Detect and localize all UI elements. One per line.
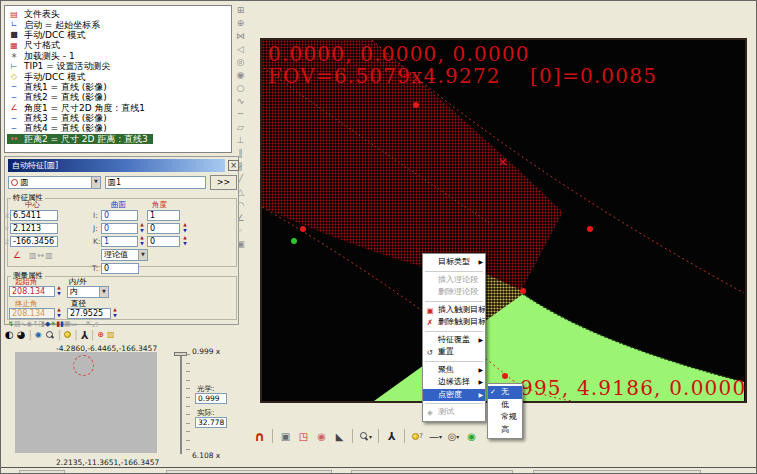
t-field[interactable]: 0 [101,263,139,274]
tree-item-1[interactable]: ▤文件表头 [7,9,65,19]
circle-icon[interactable]: ⊕ [233,17,248,30]
tree-item-9[interactable]: ─直线2 = 直线 (影像) [7,92,112,102]
zoom-slider-track[interactable] [180,353,182,454]
actual-field[interactable]: 32.778 [195,417,227,428]
surface-I-field[interactable]: 0 [101,210,138,221]
camera-preview[interactable] [15,352,157,453]
center-y-field[interactable]: 2.1213 [10,223,58,234]
chevron-down-icon[interactable]: ▼ [91,177,100,188]
line-feature-icon: ─ [9,93,19,102]
tool-icon[interactable]: ▨ [107,330,115,339]
center-z-field[interactable]: -166.3456 [10,236,58,247]
file-header-icon: ▤ [9,10,19,19]
circle-target-icon[interactable]: ◉ [314,428,329,444]
chevron-down-icon[interactable]: ▼ [138,250,147,260]
probe-icon[interactable]: Y [81,329,88,340]
menu-item-15[interactable]: ◈测试 [423,406,485,419]
contrast2-icon[interactable]: ◕ [17,329,26,340]
measurement-graphics [262,40,745,401]
theo-dropdown[interactable]: 理论值 ▼ [101,249,148,261]
wedge-icon[interactable]: ◣ [332,428,347,444]
menu-item-5[interactable]: ▣插入触测目标 [423,304,485,317]
tree-item-3[interactable]: ■手动/DCC 模式 [7,30,90,40]
panel-title: 自动特征[圆] [8,159,225,172]
cone-icon[interactable]: ◁ [233,43,248,56]
center-x-field[interactable]: 6.5411 [10,210,58,221]
submenu-item-0[interactable]: ✓无 [488,386,522,399]
feature-name-field[interactable]: 圆1 [105,176,206,189]
tree-item-5[interactable]: ∗加载测头 - 1 [7,51,80,61]
tree-item-6[interactable]: ⊢TIP1 = 设置活动测尖 [7,61,116,71]
ellipse-icon[interactable]: ○ [233,82,248,95]
tree-item-2[interactable]: ∟启动 = 起始坐标系 [7,19,105,29]
start-angle-field[interactable]: 208.134 [9,286,55,297]
menu-item-8[interactable]: 特征覆盖▶ [423,334,485,347]
inout-dropdown[interactable]: 内 ▼ [67,286,109,298]
magnifier-icon[interactable] [45,330,55,340]
circle-feature-icon [11,179,18,186]
chevron-down-icon[interactable]: ▼ [99,287,108,297]
contrast-icon[interactable]: ◐ [5,329,14,340]
select-region-icon[interactable]: ◳ [296,428,311,444]
end-angle-field[interactable]: 208.134 [9,308,55,319]
angle-J-field[interactable]: 0 [147,223,180,234]
axis-letter: X [5,212,9,220]
surface-K-field[interactable]: 1 [101,236,138,247]
manual-dcc-mode-icon: ■ [9,30,19,39]
delete-touch-target-icon: ✗ [425,318,435,327]
menu-item-6[interactable]: ✗删除触测目标 [423,316,485,329]
menu-item-11[interactable]: 聚焦▶ [423,364,485,377]
curve-icon[interactable]: ∿ [233,95,248,108]
green-circle-icon[interactable]: ◉ [464,428,479,444]
vector-buttons[interactable]: ▥↔▥ [29,252,54,260]
magnet-icon[interactable]: ∩ [252,428,267,444]
diameter-field[interactable]: 27.9525 [67,308,111,319]
tree-item-13[interactable]: ↔距离2 = 尺寸 2D 距离 : 直线3 [7,134,153,144]
line-tool-icon[interactable]: —▾ [428,428,443,444]
sphere-icon[interactable]: ◎ [233,56,248,69]
reset-icon: ↺ [425,348,435,357]
submenu-item-2[interactable]: 常规 [488,411,522,424]
tree-item-12[interactable]: ─直线4 = 直线 (影像) [7,123,112,133]
tree-item-10[interactable]: ∠角度1 = 尺寸2D 角度 : 直线1 [7,103,150,113]
eye-icon[interactable]: ◉ [35,330,42,339]
target-tool-icon[interactable]: ◎▾ [446,428,461,444]
perpendicular-icon[interactable]: ⊥ [233,134,248,147]
vector-icon[interactable]: ∠ [13,251,21,259]
optical-field[interactable]: 0.999 [195,393,227,404]
submenu-item-1[interactable]: 低 [488,399,522,412]
tree-item-11[interactable]: ─直线3 = 直线 (影像) [7,113,112,123]
view-toolbar[interactable]: ◐ ◕ | ◉ | | Y | ⊕ ▨ [5,327,114,342]
zoom-tool-icon[interactable]: ▾ [358,428,373,444]
insert-touch-target-icon: ▣ [425,306,435,315]
tree-item-7[interactable]: ◇手动/DCC 模式 [7,71,90,81]
angle-K-field[interactable]: 0 [147,236,180,247]
load-probe-icon: ∗ [9,51,19,60]
submenu-item-3[interactable]: 高 [488,424,522,437]
menu-item-13[interactable]: 点密度▶ [423,389,485,402]
feature-type-combo[interactable]: 圆 ▼ [8,176,101,189]
angle-I-field[interactable]: 1 [147,210,180,221]
probe-tool-icon[interactable]: Y [384,428,399,444]
plane-icon[interactable]: ⊞ [233,4,248,17]
cylinder-icon[interactable]: ◉ [233,69,248,82]
bulb-icon[interactable] [64,331,71,338]
menu-item-3[interactable]: 删除理论段 [423,286,485,299]
slot-icon[interactable]: ▱ [233,121,248,134]
menu-item-9[interactable]: ↺重置 [423,346,485,359]
camera-icon[interactable]: ▣ [278,428,293,444]
close-icon[interactable]: × [228,160,239,171]
surface-J-field[interactable]: 0 [101,223,138,234]
menu-item-0[interactable]: 目标类型▶ [423,256,485,269]
expand-button[interactable]: >> [210,175,237,190]
menu-item-2[interactable]: 插入理论段 [423,274,485,287]
tree-item-4[interactable]: ▦尺寸格式 [7,40,65,50]
auto-feature-panel: 自动特征[圆] × 圆 ▼ 圆1 >> 特征属性 中心 X 6.5411Y 2.… [4,156,239,325]
graphics-viewport[interactable]: 0.0000, 0.0000, 0.0000 FOV=6.5079x4.9272… [260,38,747,403]
lamp-icon[interactable]: ? [410,428,425,444]
line-icon[interactable]: ─ [233,108,248,121]
tree-item-8[interactable]: ─直线1 = 直线 (影像) [7,82,112,92]
menu-item-12[interactable]: 边缘选择▶ [423,376,485,389]
target-icon[interactable]: ⊕ [97,330,104,339]
point-icon[interactable]: ⋈ [233,30,248,43]
